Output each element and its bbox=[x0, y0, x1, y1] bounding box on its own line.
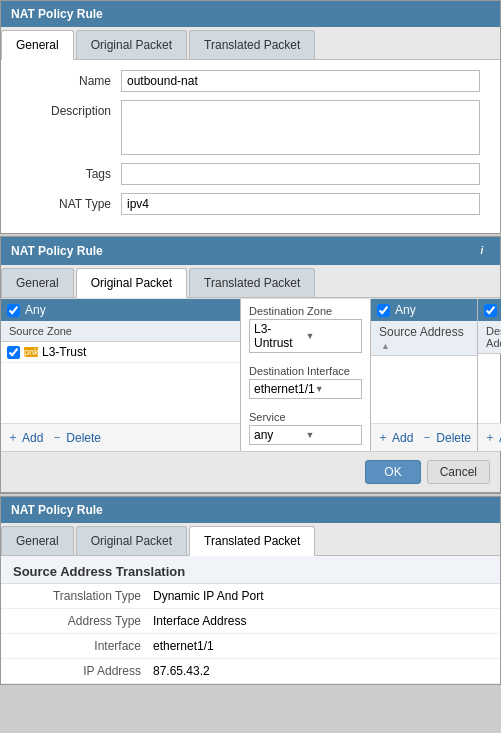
tab-translated-packet-3[interactable]: Translated Packet bbox=[189, 526, 315, 556]
source-zone-add-btn[interactable]: ＋ Add bbox=[7, 429, 43, 446]
address-type-value: Interface Address bbox=[153, 614, 488, 628]
panel3: NAT Policy Rule General Original Packet … bbox=[0, 496, 501, 685]
ok-cancel-bar: OK Cancel bbox=[1, 451, 500, 493]
source-address-add-btn[interactable]: ＋ Add bbox=[377, 429, 413, 446]
source-zone-item-l3trust: pnk L3-Trust bbox=[1, 342, 240, 363]
section-title: Source Address Translation bbox=[1, 556, 500, 584]
destination-address-subheader: Destination Address bbox=[478, 321, 501, 354]
three-col-layout: Any Source Zone pnk L3-Trust ＋ Add － Del… bbox=[1, 298, 500, 451]
dest-iface-select[interactable]: ethernet1/1 ▼ bbox=[249, 379, 362, 399]
tags-label: Tags bbox=[21, 163, 121, 181]
add-icon-src: ＋ bbox=[377, 429, 389, 446]
panel2-title: NAT Policy Rule bbox=[11, 244, 103, 258]
address-cols-inner: Any Source Address ▲ ＋ Add － bbox=[371, 299, 501, 451]
source-address-footer: ＋ Add － Delete bbox=[371, 423, 477, 451]
dest-iface-arrow: ▼ bbox=[315, 384, 357, 394]
nat-type-label: NAT Type bbox=[21, 193, 121, 211]
cancel-button[interactable]: Cancel bbox=[427, 460, 490, 484]
any-checkbox-dst[interactable] bbox=[484, 304, 497, 317]
dest-iface-label: Destination Interface bbox=[249, 365, 362, 377]
source-address-header: Any bbox=[371, 299, 477, 321]
panel1-form: Name Description Tags NAT Type bbox=[1, 60, 500, 233]
delete-icon-left: － bbox=[51, 429, 63, 446]
nat-type-input[interactable] bbox=[121, 193, 480, 215]
translation-type-row: Translation Type Dynamic IP And Port bbox=[1, 584, 500, 609]
service-value: any bbox=[254, 428, 306, 442]
source-address-subheader: Source Address ▲ bbox=[371, 321, 477, 356]
panel1: NAT Policy Rule General Original Packet … bbox=[0, 0, 501, 234]
panel1-title: NAT Policy Rule bbox=[11, 7, 103, 21]
panel2-header: NAT Policy Rule i bbox=[1, 237, 500, 265]
panel1-header: NAT Policy Rule bbox=[1, 1, 500, 27]
service-label: Service bbox=[249, 411, 362, 423]
dest-zone-group: Destination Zone L3-Untrust ▼ bbox=[241, 299, 370, 359]
l3trust-checkbox[interactable] bbox=[7, 346, 20, 359]
dest-iface-value: ethernet1/1 bbox=[254, 382, 315, 396]
tab-general-2[interactable]: General bbox=[1, 268, 74, 297]
nat-type-row: NAT Type bbox=[21, 193, 480, 215]
description-row: Description bbox=[21, 100, 480, 155]
destination-col: Destination Zone L3-Untrust ▼ Destinatio… bbox=[241, 299, 371, 451]
panel3-tabs: General Original Packet Translated Packe… bbox=[1, 523, 500, 556]
src-sort-icon: ▲ bbox=[381, 341, 390, 351]
tab-original-packet-1[interactable]: Original Packet bbox=[76, 30, 187, 59]
delete-icon-src: － bbox=[421, 429, 433, 446]
ip-address-label: IP Address bbox=[13, 664, 153, 678]
address-type-label: Address Type bbox=[13, 614, 153, 628]
name-label: Name bbox=[21, 70, 121, 88]
destination-address-footer: ＋ Add － Delete bbox=[478, 423, 501, 451]
panel2-tabs: General Original Packet Translated Packe… bbox=[1, 265, 500, 298]
dest-zone-arrow: ▼ bbox=[306, 331, 358, 341]
destination-address-header: Any bbox=[478, 299, 501, 321]
source-zone-col: Any Source Zone pnk L3-Trust ＋ Add － Del… bbox=[1, 299, 241, 451]
l3trust-icon: pnk bbox=[24, 347, 38, 357]
ip-address-row: IP Address 87.65.43.2 bbox=[1, 659, 500, 684]
address-type-row: Address Type Interface Address bbox=[1, 609, 500, 634]
tab-general-3[interactable]: General bbox=[1, 526, 74, 555]
name-row: Name bbox=[21, 70, 480, 92]
service-arrow: ▼ bbox=[306, 430, 358, 440]
tags-row: Tags bbox=[21, 163, 480, 185]
any-label-left: Any bbox=[25, 303, 46, 317]
destination-address-col: Any Destination Address ＋ Add － Delete bbox=[478, 299, 501, 451]
name-input[interactable] bbox=[121, 70, 480, 92]
panel2: NAT Policy Rule i General Original Packe… bbox=[0, 236, 501, 494]
panel3-title: NAT Policy Rule bbox=[11, 503, 103, 517]
tab-general-1[interactable]: General bbox=[1, 30, 74, 60]
dest-zone-value: L3-Untrust bbox=[254, 322, 306, 350]
dest-zone-label: Destination Zone bbox=[249, 305, 362, 317]
destination-address-add-btn[interactable]: ＋ Add bbox=[484, 429, 501, 446]
tab-original-packet-3[interactable]: Original Packet bbox=[76, 526, 187, 555]
interface-value: ethernet1/1 bbox=[153, 639, 488, 653]
panel1-tabs: General Original Packet Translated Packe… bbox=[1, 27, 500, 60]
add-icon-left: ＋ bbox=[7, 429, 19, 446]
address-cols: Any Source Address ▲ ＋ Add － bbox=[371, 299, 501, 451]
translation-type-value: Dynamic IP And Port bbox=[153, 589, 488, 603]
any-checkbox-left[interactable] bbox=[7, 304, 20, 317]
service-select[interactable]: any ▼ bbox=[249, 425, 362, 445]
any-label-src: Any bbox=[395, 303, 416, 317]
tags-input[interactable] bbox=[121, 163, 480, 185]
l3trust-label: L3-Trust bbox=[42, 345, 86, 359]
source-zone-header: Any bbox=[1, 299, 240, 321]
translation-type-label: Translation Type bbox=[13, 589, 153, 603]
panel3-header: NAT Policy Rule bbox=[1, 497, 500, 523]
dest-zone-select[interactable]: L3-Untrust ▼ bbox=[249, 319, 362, 353]
any-checkbox-src[interactable] bbox=[377, 304, 390, 317]
source-address-delete-btn[interactable]: － Delete bbox=[421, 429, 471, 446]
tab-translated-packet-2[interactable]: Translated Packet bbox=[189, 268, 315, 297]
service-group: Service any ▼ bbox=[241, 405, 370, 451]
source-zone-footer: ＋ Add － Delete bbox=[1, 423, 240, 451]
interface-row: Interface ethernet1/1 bbox=[1, 634, 500, 659]
source-zone-delete-btn[interactable]: － Delete bbox=[51, 429, 101, 446]
source-address-col: Any Source Address ▲ ＋ Add － bbox=[371, 299, 478, 451]
description-input[interactable] bbox=[121, 100, 480, 155]
tab-translated-packet-1[interactable]: Translated Packet bbox=[189, 30, 315, 59]
dest-iface-group: Destination Interface ethernet1/1 ▼ bbox=[241, 359, 370, 405]
ok-button[interactable]: OK bbox=[365, 460, 420, 484]
add-icon-dst: ＋ bbox=[484, 429, 496, 446]
source-zone-subheader: Source Zone bbox=[1, 321, 240, 342]
tab-original-packet-2[interactable]: Original Packet bbox=[76, 268, 187, 298]
interface-label: Interface bbox=[13, 639, 153, 653]
info-icon: i bbox=[474, 243, 490, 259]
